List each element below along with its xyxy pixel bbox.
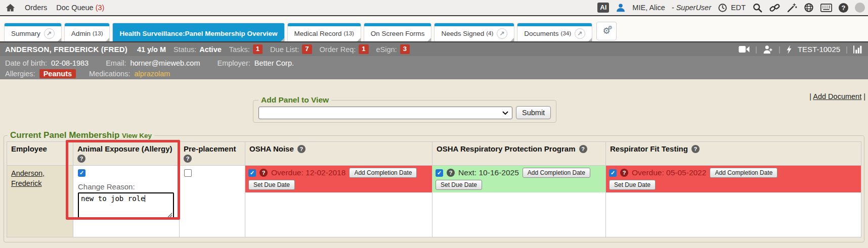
dob-label: Date of birth:: [5, 59, 47, 67]
due-list-label: Due List:: [270, 45, 299, 54]
text-caret: [145, 195, 145, 202]
animal-exposure-checkbox[interactable]: [78, 169, 85, 177]
osha-respiratory-status: Next: 10-16-2025: [458, 168, 519, 177]
chart-tab-bar: Summary Admin (13) Health Surveillance:P…: [0, 16, 868, 42]
tab-health-surveillance-panel-membership[interactable]: Health Surveillance:Panel Membership Ove…: [112, 23, 284, 41]
submit-button[interactable]: Submit: [516, 106, 551, 119]
video-camera-icon[interactable]: [739, 45, 750, 53]
tab-medical-record-count: (13): [343, 30, 354, 36]
status-help-icon[interactable]: [620, 169, 628, 177]
esign-indicator[interactable]: eSign: 3: [376, 44, 410, 54]
panel-select-dropdown[interactable]: [258, 107, 512, 119]
change-reason-label: Change Reason:: [78, 182, 175, 191]
due-list-indicator[interactable]: Due List: 7: [270, 44, 312, 54]
divider: |: [846, 45, 848, 54]
bar-chart-icon[interactable]: [853, 45, 863, 54]
column-help-icon[interactable]: [691, 145, 700, 153]
timezone-label[interactable]: EDT: [731, 4, 746, 12]
osha-respiratory-cell: Next: 10-16-2025 Add Completion Date Set…: [432, 166, 606, 237]
col-respirator-fit: Respirator Fit Testing: [606, 142, 861, 166]
clock-icon[interactable]: [718, 3, 727, 13]
webchart-app: Orders Doc Queue (3) AI MIE, Alice - Sup…: [0, 0, 868, 248]
search-icon[interactable]: [752, 3, 763, 13]
osha-respiratory-checkbox[interactable]: [436, 169, 443, 177]
status-date: 12-02-2018: [306, 168, 345, 177]
keyboard-icon[interactable]: [820, 4, 832, 12]
add-person-icon[interactable]: [763, 44, 773, 55]
set-due-date-button[interactable]: Set Due Date: [436, 180, 482, 190]
doc-queue-label: Doc Queue: [56, 4, 93, 12]
user-icon: [616, 3, 626, 13]
tab-summary-label: Summary: [11, 30, 40, 37]
employee-link[interactable]: Anderson, Frederick: [11, 169, 62, 188]
column-help-icon[interactable]: [77, 155, 85, 163]
change-reason-textarea[interactable]: new to job role: [78, 192, 174, 219]
status-label: Status:: [173, 45, 196, 54]
patient-details-row-2: Allergies: Peanuts Medications: alprazol…: [5, 68, 863, 79]
tab-on-screen-forms[interactable]: On Screen Forms: [364, 23, 432, 41]
due-list-count-badge[interactable]: 7: [302, 44, 312, 54]
menu-doc-queue[interactable]: Doc Queue (3): [56, 4, 104, 12]
animal-exposure-cell: Change Reason: new to job role: [73, 166, 180, 237]
column-help-icon[interactable]: [184, 155, 192, 163]
tasks-indicator[interactable]: Tasks: 1: [229, 44, 263, 54]
set-due-date-button[interactable]: Set Due Date: [248, 180, 295, 190]
status-date: 10-16-2025: [479, 168, 519, 177]
current-panel-membership-fieldset: Current Panel Membership View Key Employ…: [4, 130, 864, 242]
tasks-count-badge[interactable]: 1: [253, 44, 263, 54]
employee-cell: Anderson, Frederick: [7, 166, 73, 237]
email-value: horner@mieweb.com: [130, 59, 200, 67]
add-panel-to-view-fieldset: Add Panel to View Submit: [253, 95, 556, 123]
globe-icon[interactable]: [804, 3, 814, 13]
esign-count-badge[interactable]: 3: [400, 44, 410, 54]
change-reason-text: new to job role: [81, 194, 145, 203]
respirator-fit-checkbox[interactable]: [609, 169, 617, 177]
add-panel-legend: Add Panel to View: [258, 95, 331, 105]
medications-value[interactable]: alprazolam: [134, 70, 170, 78]
menu-orders[interactable]: Orders: [25, 4, 47, 12]
top-menu-bar: Orders Doc Queue (3) AI MIE, Alice - Sup…: [0, 0, 868, 16]
wand-icon[interactable]: [787, 3, 797, 13]
popout-icon[interactable]: [497, 28, 507, 39]
view-key-link[interactable]: View Key: [122, 132, 152, 139]
dob-value: 02-08-1983: [51, 59, 89, 67]
set-due-date-button[interactable]: Set Due Date: [609, 180, 656, 190]
user-name[interactable]: MIE, Alice: [632, 4, 665, 12]
add-document-link-wrap: | Add Document |: [809, 92, 865, 101]
tab-needs-signed[interactable]: Needs Signed (4): [434, 23, 514, 41]
status-help-icon[interactable]: [259, 169, 268, 177]
ai-badge[interactable]: AI: [597, 3, 609, 13]
order-req-count-badge[interactable]: 1: [359, 44, 368, 54]
chart-id: TEST-10025: [798, 45, 840, 54]
osha-noise-status-block: Overdue: 12-02-2018 Add Completion Date …: [245, 166, 432, 192]
allergies-label: Allergies:: [5, 70, 35, 78]
tab-summary[interactable]: Summary: [4, 23, 62, 41]
add-completion-date-button[interactable]: Add Completion Date: [710, 168, 777, 178]
tab-on-screen-forms-label: On Screen Forms: [371, 30, 425, 37]
top-menu-left: Orders Doc Queue (3): [3, 3, 104, 13]
add-completion-date-button[interactable]: Add Completion Date: [523, 168, 590, 178]
add-completion-date-button[interactable]: Add Completion Date: [349, 168, 417, 178]
osha-noise-checkbox[interactable]: [248, 169, 256, 177]
link-icon[interactable]: [769, 3, 780, 13]
pre-placement-checkbox[interactable]: [184, 169, 192, 177]
tab-medical-record[interactable]: Medical Record (13): [287, 23, 361, 41]
col-osha-noise-label: OSHA Noise: [249, 144, 294, 153]
allergy-badge[interactable]: Peanuts: [39, 69, 76, 78]
tab-settings-button[interactable]: ⚙ ⚙: [596, 22, 617, 40]
tab-admin[interactable]: Admin (13): [64, 23, 110, 41]
popout-icon[interactable]: [575, 28, 585, 39]
tab-documents[interactable]: Documents (34): [517, 23, 592, 41]
column-help-icon[interactable]: [579, 145, 587, 153]
popout-icon[interactable]: [44, 28, 55, 39]
lightning-bolt-icon[interactable]: [786, 45, 792, 54]
add-document-link[interactable]: Add Document: [813, 92, 861, 101]
order-req-indicator[interactable]: Order Req: 1: [320, 44, 369, 54]
col-employee: Employee: [7, 142, 73, 166]
home-icon[interactable]: [5, 3, 16, 13]
help-icon[interactable]: [839, 3, 848, 13]
column-help-icon[interactable]: [297, 145, 306, 153]
status-word: Next:: [458, 168, 476, 177]
status-help-icon[interactable]: [447, 169, 455, 177]
table-row: Anderson, Frederick Change Reason: new t…: [7, 166, 861, 237]
